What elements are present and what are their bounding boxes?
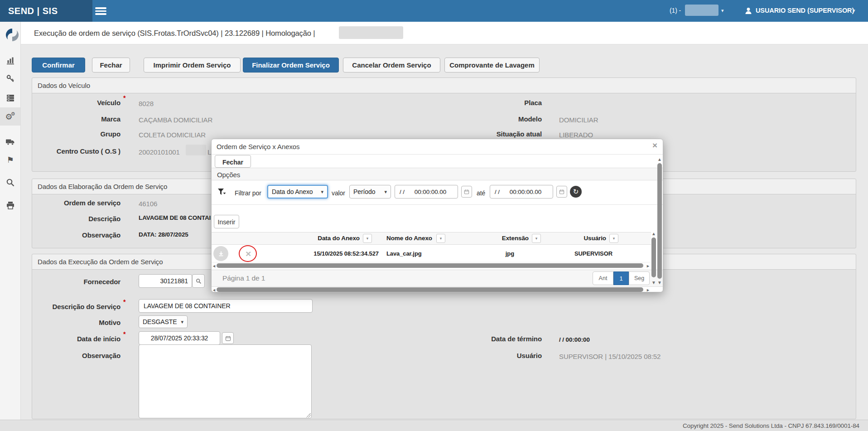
pagination-prev-button[interactable]: Ant <box>593 271 613 285</box>
situacao-atual-label: Situação atual <box>453 130 542 138</box>
grid-vscroll-down-arrow-icon[interactable]: ▼ <box>651 280 656 285</box>
required-asterisk: * <box>123 298 125 305</box>
pagination-next-button[interactable]: Seg <box>629 271 650 285</box>
app-logo[interactable] <box>5 28 19 42</box>
grid-vscroll-up-arrow-icon[interactable]: ▲ <box>651 231 656 236</box>
hscroll-left-arrow-icon[interactable]: ◄ <box>212 264 216 268</box>
confirmar-button[interactable]: Confirmar <box>32 58 85 73</box>
modal-fechar-tab[interactable]: Fechar <box>215 155 251 168</box>
grid-col-data-anexo-caret[interactable]: ▾ <box>363 234 372 243</box>
menu-hamburger-icon[interactable] <box>95 7 106 15</box>
calendar-icon <box>225 335 231 341</box>
modal-vscroll-up-arrow-icon[interactable]: ▲ <box>657 157 662 162</box>
ordem-servico-value: 46106 <box>139 200 157 208</box>
filter-date-to-input[interactable]: / / 00:00:00.00 <box>490 185 553 199</box>
context-selector-label: (1) - <box>670 7 681 14</box>
chevron-down-icon: ▾ <box>385 189 387 195</box>
sidebar-item-dashboard[interactable] <box>0 53 20 68</box>
attachment-download-button[interactable] <box>213 246 228 261</box>
modal-hscroll-right-arrow-icon[interactable]: ► <box>646 288 650 292</box>
comprovante-lavagem-button[interactable]: Comprovante de Lavagem <box>444 58 540 73</box>
sidebar-item-search[interactable] <box>0 175 20 190</box>
filter-funnel-icon[interactable] <box>217 187 227 197</box>
sidebar-item-reports[interactable]: ⚑ <box>0 152 20 167</box>
data-inicio-label: Data de início <box>36 335 121 343</box>
filter-field-select[interactable]: Data do Anexo ▾ <box>267 185 328 199</box>
page-title: Execução de ordem de serviço (SIS.Frotas… <box>34 29 315 38</box>
vehicle-panel-title: Dados do Veículo <box>38 82 90 89</box>
motivo-select[interactable]: DESGASTE ▾ <box>139 315 188 328</box>
vehicle-panel-header: Dados do Veículo <box>32 78 856 93</box>
chevron-down-icon: ▾ <box>321 189 323 195</box>
filter-date-from-input[interactable]: / / 00:00:00.00 <box>395 185 458 199</box>
inserir-button[interactable]: Inserir <box>214 215 239 228</box>
fornecedor-label: Fornecedor <box>36 278 121 286</box>
grid-vscrollbar-thumb[interactable] <box>651 237 656 277</box>
ate-label: até <box>477 189 485 197</box>
centro-custo-label: Centro Custo ( O.S ) <box>36 147 121 155</box>
sidebar-item-access[interactable] <box>0 71 20 86</box>
descricao-servico-input[interactable]: LAVAGEM DE 08 CONTAINER <box>139 299 313 313</box>
imprimir-ordem-servico-button[interactable]: Imprimir Ordem Serviço <box>144 58 241 73</box>
motivo-select-value: DESGASTE <box>143 318 177 325</box>
date-from-calendar-button[interactable] <box>461 186 472 198</box>
annotation-highlight-circle <box>239 245 257 262</box>
sidebar-item-settings-active[interactable]: ⚙⚙ <box>0 107 20 126</box>
veiculo-label: Veículo <box>36 99 121 107</box>
user-icon <box>744 7 752 15</box>
exec-observacao-textarea[interactable] <box>139 344 312 418</box>
data-termino-label: Data de término <box>453 335 542 343</box>
usuario-value: SUPERVISOR | 15/10/2025 08:52 <box>559 353 661 360</box>
grid-col-usuario[interactable]: Usuário <box>553 235 606 242</box>
sidebar-item-fleet[interactable] <box>0 134 20 150</box>
modal-hscroll-left-arrow-icon[interactable]: ◄ <box>212 288 216 292</box>
fechar-button[interactable]: Fechar <box>92 58 130 73</box>
textarea-resize-handle[interactable] <box>306 413 311 417</box>
modal-vscrollbar-thumb[interactable] <box>657 163 662 279</box>
marca-value: CAÇAMBA DOMICILIAR <box>139 116 212 124</box>
data-inicio-calendar-button[interactable] <box>222 332 234 344</box>
modal-header-divider <box>212 154 663 155</box>
grid-col-usuario-caret[interactable]: ▾ <box>609 234 618 243</box>
fornecedor-search-button[interactable] <box>192 274 205 288</box>
modal-hscrollbar-thumb[interactable] <box>217 287 643 292</box>
sidebar-item-print[interactable] <box>0 198 20 213</box>
grid-col-data-anexo[interactable]: Data do Anexo <box>299 235 360 242</box>
required-asterisk: * <box>123 330 125 338</box>
grid-col-nome-anexo[interactable]: Nome do Anexo <box>386 235 432 242</box>
apply-filter-icon[interactable]: ↻ <box>570 186 582 198</box>
veiculo-value: 8028 <box>139 100 154 107</box>
fornecedor-input[interactable]: 30121881 <box>139 274 192 288</box>
grid-cell-data: 15/10/2025 08:52:34.527 <box>299 250 379 257</box>
modal-vscroll-down-arrow-icon[interactable]: ▼ <box>657 280 662 285</box>
context-dropdown-caret-icon[interactable]: ▾ <box>721 8 723 14</box>
pagination-page-1-button[interactable]: 1 <box>613 271 629 285</box>
grid-cell-nome: Lava_car.jpg <box>386 250 422 257</box>
sidebar-item-data[interactable] <box>0 89 20 107</box>
data-inicio-input[interactable]: 28/07/2025 20:33:32 <box>139 331 220 345</box>
hscroll-right-arrow-icon[interactable]: ► <box>646 264 650 268</box>
grid-col-extensao[interactable]: Extensão <box>471 235 529 242</box>
grid-col-nome-anexo-caret[interactable]: ▾ <box>436 234 445 243</box>
grid-hscrollbar-thumb[interactable] <box>217 263 643 268</box>
user-menu[interactable]: USUARIO SEND (SUPERVISOR) <box>756 7 854 14</box>
filter-operator-select[interactable]: Período ▾ <box>349 185 391 199</box>
grid-col-extensao-caret[interactable]: ▾ <box>532 234 541 243</box>
search-icon <box>6 178 15 187</box>
observacao-value: DATA: 28/07/2025 <box>139 231 188 238</box>
calendar-icon <box>464 189 469 194</box>
top-bar <box>0 0 868 22</box>
cancelar-ordem-servico-button[interactable]: Cancelar Ordem Serviço <box>343 58 440 73</box>
user-dropdown-caret-icon[interactable]: ▾ <box>853 8 855 14</box>
modal-close-icon[interactable]: × <box>652 140 657 150</box>
finalizar-ordem-servico-button[interactable]: Finalizar Ordem Serviço <box>243 58 339 73</box>
marca-label: Marca <box>36 115 121 123</box>
context-selector-redacted[interactable] <box>685 5 719 16</box>
grid-cell-usuario: SUPERVISOR <box>558 250 612 257</box>
date-to-calendar-button[interactable] <box>556 186 567 198</box>
bar-chart-icon <box>6 56 15 65</box>
situacao-atual-value: LIBERADO <box>559 131 593 139</box>
grid-cell-extensao: jpg <box>471 250 514 257</box>
placa-label: Placa <box>453 99 542 107</box>
download-icon <box>217 250 225 257</box>
